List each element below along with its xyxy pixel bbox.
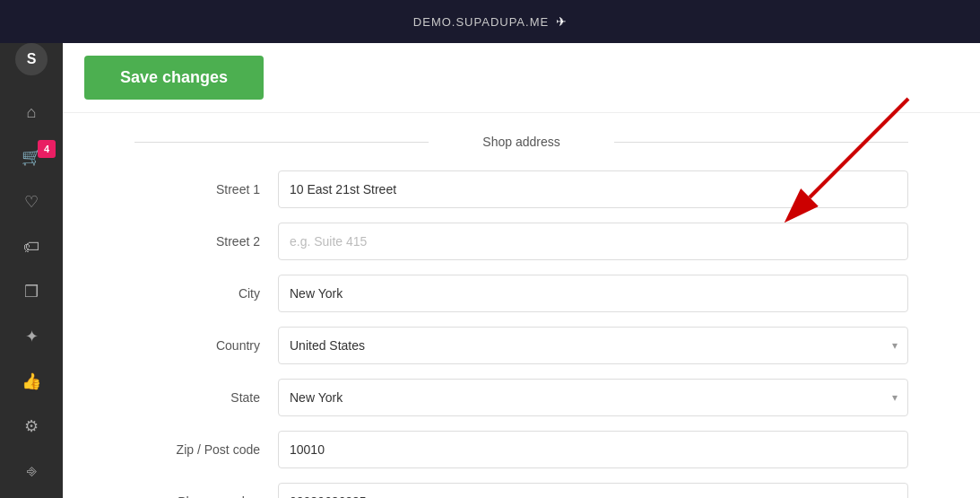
country-row: Country United States Canada United King…	[134, 327, 908, 364]
phone-label: Phone number	[134, 494, 278, 498]
street1-row: Street 1	[134, 170, 908, 208]
tag-icon: 🏷	[23, 238, 39, 257]
save-button[interactable]: Save changes	[84, 56, 264, 100]
sidebar-item-cart[interactable]: 🛒 4	[0, 135, 63, 179]
logout-icon: ⎆	[27, 462, 37, 481]
phone-input[interactable]	[278, 483, 908, 498]
shop-address-section: Shop address Street 1 Street 2 City Coun…	[63, 113, 980, 498]
street2-input[interactable]	[278, 223, 908, 260]
street2-row: Street 2	[134, 223, 908, 260]
sidebar-item-wishlist[interactable]: ♡	[0, 179, 63, 224]
state-select[interactable]: New York California Texas	[278, 379, 908, 416]
send-icon: ✈	[556, 14, 567, 29]
sidebar-item-thumb[interactable]: 👍	[0, 359, 63, 404]
sidebar-item-settings[interactable]: ⚙	[0, 404, 63, 449]
zip-input[interactable]	[278, 431, 908, 468]
top-banner: DEMO.SUPADUPA.ME ✈	[0, 0, 980, 43]
sidebar-item-home[interactable]: ⌂	[0, 90, 63, 135]
banner-text: DEMO.SUPADUPA.ME	[413, 15, 549, 29]
zip-row: Zip / Post code	[134, 431, 908, 468]
country-select[interactable]: United States Canada United Kingdom	[278, 327, 908, 364]
sidebar-logo[interactable]: S	[15, 43, 48, 75]
street2-label: Street 2	[134, 234, 278, 249]
sidebar-item-featured[interactable]: ✦	[0, 314, 63, 359]
heart-icon: ♡	[24, 192, 39, 212]
main-content: Save changes Shop address Street 1 Stree…	[63, 0, 980, 498]
state-select-wrapper: New York California Texas ▾	[278, 379, 908, 416]
state-row: State New York California Texas ▾	[134, 379, 908, 416]
section-title: Shop address	[134, 135, 908, 149]
city-label: City	[134, 286, 278, 301]
pages-icon: ❒	[24, 282, 39, 301]
country-label: Country	[134, 338, 278, 353]
phone-row: Phone number	[134, 483, 908, 498]
state-label: State	[134, 390, 278, 405]
country-select-wrapper: United States Canada United Kingdom ▾	[278, 327, 908, 364]
sidebar-item-logout[interactable]: ⎆	[0, 449, 63, 494]
thumb-icon: 👍	[22, 371, 41, 391]
sidebar: S ⌂ 🛒 4 ♡ 🏷 ❒ ✦ 👍 ⚙ ⎆	[0, 0, 63, 498]
header-bar: Save changes	[63, 43, 980, 113]
city-row: City	[134, 275, 908, 312]
home-icon: ⌂	[27, 103, 37, 122]
sidebar-item-pages[interactable]: ❒	[0, 269, 63, 314]
street1-label: Street 1	[134, 182, 278, 197]
street1-input[interactable]	[278, 170, 908, 208]
city-input[interactable]	[278, 275, 908, 312]
cart-badge: 4	[38, 140, 56, 158]
settings-icon: ⚙	[24, 416, 39, 436]
star-icon: ✦	[25, 327, 39, 346]
sidebar-item-tags[interactable]: 🏷	[0, 224, 63, 269]
zip-label: Zip / Post code	[134, 442, 278, 457]
